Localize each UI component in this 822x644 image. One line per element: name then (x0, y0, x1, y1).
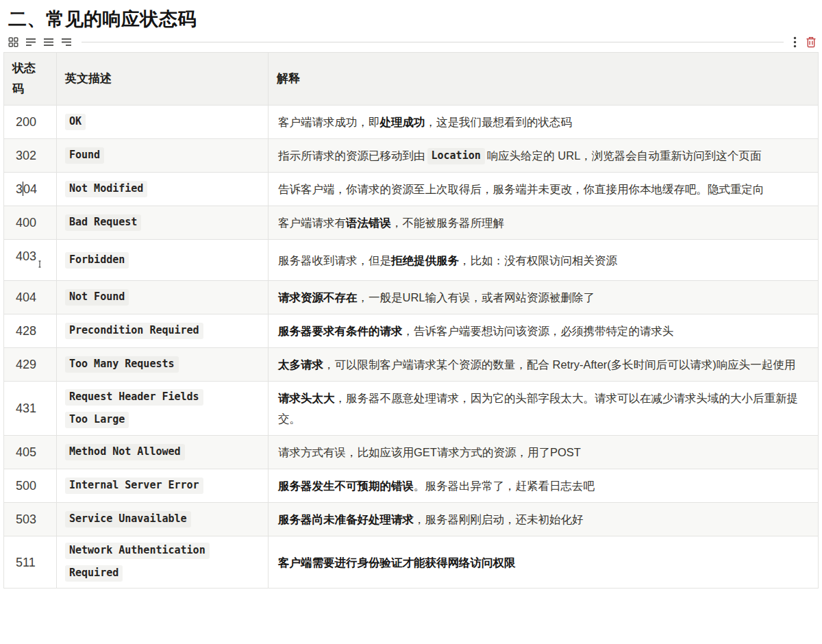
status-code-cell: 302 (4, 139, 57, 173)
table-row-429: 429Too Many Requests太多请求，可以限制客户端请求某个资源的数… (4, 348, 819, 382)
status-code-cell: 304 (4, 173, 57, 206)
status-code-cell: 403 (4, 240, 57, 281)
bold-text: 拒绝提供服务 (391, 254, 459, 267)
english-desc-cell: Not Modified (57, 173, 269, 206)
code-chip: Network Authentication (65, 543, 210, 559)
table-row-200: 200OK客户端请求成功，即处理成功，这是我们最想看到的状态码 (4, 106, 819, 139)
status-code-cell: 405 (4, 436, 57, 469)
explanation-cell: 服务器发生不可预期的错误。服务器出异常了，赶紧看日志去吧 (269, 469, 819, 503)
table-row-511: 511Network AuthenticationRequired客户端需要进行… (4, 536, 819, 589)
align-right-icon[interactable] (61, 37, 72, 47)
bold-text: 处理成功 (380, 116, 425, 128)
table-row-431: 431Request Header FieldsToo Large请求头太大，服… (4, 382, 819, 436)
align-center-icon[interactable] (43, 37, 54, 47)
status-code-cell: 503 (4, 503, 57, 536)
table-row-405: 405Method Not Allowed请求方式有误，比如应该用GET请求方式… (4, 436, 819, 469)
code-chip-line: Too Large (65, 412, 260, 428)
english-desc-cell: Method Not Allowed (57, 436, 269, 469)
text-caret (23, 182, 23, 196)
code-chip-line: Bad Request (65, 214, 260, 231)
code-chip: Not Modified (65, 181, 147, 197)
status-code-cell: 428 (4, 314, 57, 348)
english-desc-cell: Request Header FieldsToo Large (57, 382, 269, 436)
column-header-label: 解释 (277, 72, 300, 85)
toolbar-divider (82, 42, 784, 42)
document-page: 二、常见的响应状态码 (0, 0, 822, 589)
explanation-cell: 客户端需要进行身份验证才能获得网络访问权限 (269, 536, 819, 589)
code-chip-line: Too Many Requests (65, 356, 260, 373)
explanation-cell: 客户端请求成功，即处理成功，这是我们最想看到的状态码 (269, 106, 819, 139)
code-chip: Internal Server Error (65, 478, 203, 494)
table-row-304: 304Not Modified告诉客户端，你请求的资源至上次取得后，服务端并未更… (4, 173, 819, 206)
status-code-cell: 404 (4, 281, 57, 314)
toolbar-left-group (8, 37, 72, 47)
code-chip: OK (65, 114, 86, 130)
bold-text: 请求资源不存在 (278, 291, 358, 304)
table-row-403: 403Forbidden服务器收到请求，但是拒绝提供服务，比如：没有权限访问相关… (4, 240, 819, 281)
column-header-status-code: 状态码 (4, 53, 57, 106)
english-desc-cell: Service Unavailable (57, 503, 269, 536)
toolbar-right-group (793, 36, 817, 48)
status-code-cell: 511 (4, 536, 57, 589)
bold-text: 客户端需要进行身份验证才能获得网络访问权限 (278, 556, 516, 569)
table-row-400: 400Bad Request客户端请求有语法错误，不能被服务器所理解 (4, 206, 819, 240)
code-chip-line: Service Unavailable (65, 511, 260, 528)
english-desc-cell: Forbidden (57, 240, 269, 281)
explanation-cell: 告诉客户端，你请求的资源至上次取得后，服务端并未更改，你直接用你本地缓存吧。隐式… (269, 173, 819, 206)
code-chip-line: Required (65, 565, 260, 582)
status-code-cell: 400 (4, 206, 57, 240)
explanation-cell: 请求资源不存在，一般是URL输入有误，或者网站资源被删除了 (269, 281, 819, 314)
english-desc-cell: Network AuthenticationRequired (57, 536, 269, 589)
code-chip-line: Request Header Fields (65, 389, 260, 406)
code-chip-line: Not Modified (65, 181, 260, 197)
code-chip: Request Header Fields (65, 389, 203, 406)
english-desc-cell: Bad Request (57, 206, 269, 240)
bold-text: 服务器要求有条件的请求 (278, 325, 403, 337)
column-header-label: 状态码 (12, 58, 42, 99)
align-left-icon[interactable] (25, 37, 36, 47)
ibeam-cursor-icon (37, 253, 42, 274)
code-chip-line: Found (65, 147, 260, 164)
english-desc-cell: Found (57, 139, 269, 173)
table-row-503: 503Service Unavailable服务器尚未准备好处理请求，服务器刚刚… (4, 503, 819, 536)
column-header-label: 英文描述 (65, 72, 112, 85)
code-chip: Forbidden (65, 252, 129, 269)
explanation-cell: 请求方式有误，比如应该用GET请求方式的资源，用了POST (269, 436, 819, 469)
table-row-500: 500Internal Server Error服务器发生不可预期的错误。服务器… (4, 469, 819, 503)
english-desc-cell: Too Many Requests (57, 348, 269, 382)
status-code-cell: 431 (4, 382, 57, 436)
explanation-cell: 服务器收到请求，但是拒绝提供服务，比如：没有权限访问相关资源 (269, 240, 819, 281)
english-desc-cell: Not Found (57, 281, 269, 314)
bold-text: 请求头太大 (278, 392, 335, 404)
grid-view-icon[interactable] (8, 37, 18, 47)
english-desc-cell: OK (57, 106, 269, 139)
explanation-cell: 太多请求，可以限制客户端请求某个资源的数量，配合 Retry-After(多长时… (269, 348, 819, 382)
bold-text: 语法错误 (346, 216, 391, 229)
code-chip-line: Method Not Allowed (65, 444, 260, 460)
column-header-english: 英文描述 (57, 53, 269, 106)
trash-icon[interactable] (806, 36, 817, 48)
code-chip: Precondition Required (65, 323, 203, 339)
explanation-cell: 指示所请求的资源已移动到由Location响应头给定的 URL，浏览器会自动重新… (269, 139, 819, 173)
status-code-cell: 429 (4, 348, 57, 382)
explanation-cell: 服务器要求有条件的请求，告诉客户端要想访问该资源，必须携带特定的请求头 (269, 314, 819, 348)
page-title: 二、常见的响应状态码 (8, 7, 819, 32)
code-chip-line: Forbidden (65, 252, 260, 269)
code-chip: Service Unavailable (65, 511, 191, 528)
code-chip-line: Network Authentication (65, 543, 260, 559)
code-chip: Bad Request (65, 214, 141, 231)
english-desc-cell: Precondition Required (57, 314, 269, 348)
code-chip-line: Precondition Required (65, 323, 260, 339)
bold-text: 服务器发生不可预期的错误 (278, 480, 414, 492)
table-body: 200OK客户端请求成功，即处理成功，这是我们最想看到的状态码302Found指… (4, 106, 819, 589)
status-code-cell: 200 (4, 106, 57, 139)
table-header-row: 状态码 英文描述 解释 (4, 53, 819, 106)
column-header-explanation: 解释 (269, 53, 819, 106)
kebab-menu-icon[interactable] (793, 36, 797, 48)
table-toolbar (8, 35, 817, 49)
table-row-428: 428Precondition Required服务器要求有条件的请求，告诉客户… (4, 314, 819, 348)
english-desc-cell: Internal Server Error (57, 469, 269, 503)
inline-code-chip: Location (427, 148, 485, 164)
bold-text: 太多请求 (278, 358, 323, 371)
code-chip: Required (65, 565, 123, 582)
